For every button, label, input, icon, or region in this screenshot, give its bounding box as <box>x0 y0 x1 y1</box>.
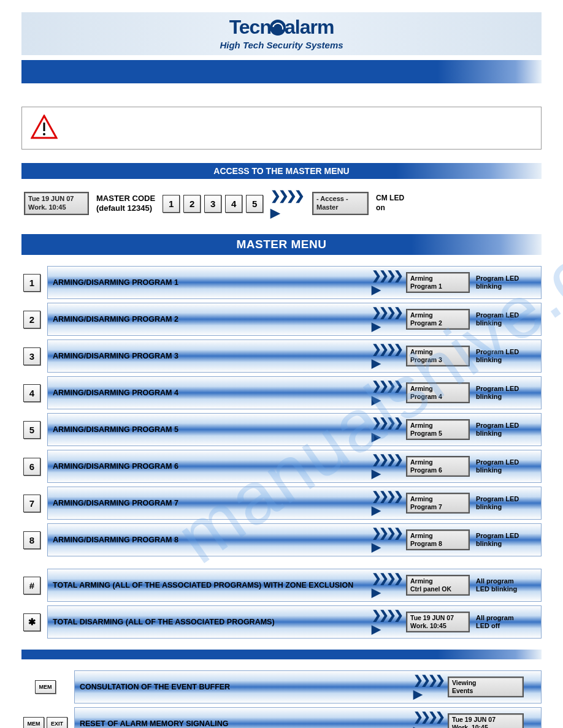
program-row-2: 2ARMING/DISARMING PROGRAM 2ArmingProgram… <box>21 303 542 336</box>
program-label: ARMING/DISARMING PROGRAM 6 <box>53 462 372 471</box>
keycap-1: 1 <box>163 195 180 213</box>
total-note: All programLED off <box>476 614 536 630</box>
program-key: 7 <box>21 487 42 520</box>
total-label: TOTAL ARMING (ALL OF THE ASSOCIATED PROG… <box>53 581 372 590</box>
keycap: # <box>23 577 40 594</box>
warning-box <box>21 107 542 150</box>
extra-row-1: MEMEXITRESET OF ALARM MEMORY SIGNALINGTu… <box>21 707 542 728</box>
arrow-icon <box>372 379 406 407</box>
program-row-6: 6ARMING/DISARMING PROGRAM 6ArmingProgram… <box>21 450 542 483</box>
program-lcd: ArmingProgram 3 <box>406 346 470 366</box>
arrow-icon <box>372 608 406 636</box>
program-row-4: 4ARMING/DISARMING PROGRAM 4ArmingProgram… <box>21 376 542 409</box>
extra-row-0: MEMCONSULTATION OF THE EVENT BUFFERViewi… <box>21 670 542 703</box>
program-body: ARMING/DISARMING PROGRAM 6ArmingProgram … <box>47 450 542 483</box>
globe-icon <box>270 20 286 36</box>
keycap: 2 <box>23 311 40 328</box>
lcd-line: Master <box>316 203 364 212</box>
program-row-3: 3ARMING/DISARMING PROGRAM 3ArmingProgram… <box>21 339 542 373</box>
program-body: ARMING/DISARMING PROGRAM 2ArmingProgram … <box>47 303 542 336</box>
program-label: ARMING/DISARMING PROGRAM 1 <box>53 278 372 287</box>
program-label: ARMING/DISARMING PROGRAM 7 <box>53 499 372 508</box>
program-note: Program LEDblinking <box>476 275 536 290</box>
program-key: 2 <box>21 303 42 336</box>
total-label: TOTAL DISARMING (ALL OF THE ASSOCIATED P… <box>53 618 372 627</box>
extra-lcd: Tue 19 JUN 07Work. 10:45 <box>448 713 524 728</box>
result-lcd: - Access - Master <box>312 192 369 215</box>
brand-part1: Tecn <box>229 16 271 38</box>
label-line: (default 12345) <box>96 203 155 213</box>
keycap-mem: MEM <box>23 717 44 728</box>
keycap-4: 4 <box>225 195 242 213</box>
extra-label: CONSULTATION OF THE EVENT BUFFER <box>80 683 413 692</box>
program-label: ARMING/DISARMING PROGRAM 5 <box>53 425 372 434</box>
top-blue-bar <box>21 60 542 83</box>
keycap: 3 <box>23 347 40 365</box>
program-lcd: ArmingProgram 2 <box>406 309 470 329</box>
program-lcd: ArmingProgram 7 <box>406 493 470 513</box>
program-label: ARMING/DISARMING PROGRAM 3 <box>53 352 372 361</box>
brand-logo: Tecnalarm <box>21 16 542 39</box>
master-menu-title: MASTER MENU <box>21 234 542 255</box>
extra-lcd: ViewingEvents <box>448 677 524 697</box>
program-note: Program LEDblinking <box>476 348 536 364</box>
program-label: ARMING/DISARMING PROGRAM 2 <box>53 315 372 324</box>
keycap: 4 <box>23 384 40 402</box>
lcd-line: Work. 10:45 <box>28 203 85 212</box>
arrow-icon <box>413 673 448 701</box>
total-key: # <box>21 569 42 602</box>
program-key: 3 <box>21 339 42 373</box>
total-key: ✱ <box>21 605 42 639</box>
program-lcd: ArmingProgram 4 <box>406 382 470 403</box>
program-key: 5 <box>21 413 42 446</box>
program-label: ARMING/DISARMING PROGRAM 4 <box>53 389 372 398</box>
keycap: ✱ <box>23 613 40 631</box>
program-key: 8 <box>21 523 42 556</box>
program-key: 1 <box>21 266 42 299</box>
access-title: ACCESS TO THE MASTER MENU <box>21 163 542 179</box>
program-row-5: 5ARMING/DISARMING PROGRAM 5ArmingProgram… <box>21 413 542 446</box>
program-row-8: 8ARMING/DISARMING PROGRAM 8ArmingProgram… <box>21 523 542 556</box>
program-lcd: ArmingProgram 8 <box>406 529 470 550</box>
arrow-icon <box>372 452 406 480</box>
header: Tecnalarm High Tech Security Systems <box>21 12 542 55</box>
warning-icon <box>31 115 58 142</box>
master-code-label: MASTER CODE (default 12345) <box>96 194 155 214</box>
program-row-7: 7ARMING/DISARMING PROGRAM 7ArmingProgram… <box>21 487 542 520</box>
code-keys: 12345 <box>163 195 263 213</box>
note-line: CM LED <box>376 194 404 203</box>
extra-body: CONSULTATION OF THE EVENT BUFFERViewingE… <box>74 670 542 703</box>
lcd-line: Tue 19 JUN 07 <box>28 195 85 203</box>
arrow-icon <box>372 415 406 444</box>
program-note: Program LEDblinking <box>476 532 536 548</box>
keycap: 5 <box>23 421 40 439</box>
arrow-icon <box>413 710 448 728</box>
total-row-0: #TOTAL ARMING (ALL OF THE ASSOCIATED PRO… <box>21 569 542 602</box>
program-body: ARMING/DISARMING PROGRAM 8ArmingProgram … <box>47 523 542 556</box>
total-row-1: ✱TOTAL DISARMING (ALL OF THE ASSOCIATED … <box>21 605 542 639</box>
brand-tagline: High Tech Security Systems <box>21 40 542 50</box>
program-body: ARMING/DISARMING PROGRAM 7ArmingProgram … <box>47 487 542 520</box>
total-lcd: Tue 19 JUN 07Work. 10:45 <box>406 612 470 632</box>
program-lcd: ArmingProgram 6 <box>406 456 470 476</box>
total-lcd: ArmingCtrl panel OK <box>406 575 470 595</box>
keycap: 8 <box>23 531 40 549</box>
keycap-5: 5 <box>246 195 263 213</box>
program-note: Program LEDblinking <box>476 422 536 438</box>
extra-body: RESET OF ALARM MEMORY SIGNALINGTue 19 JU… <box>74 707 542 728</box>
keycap: 1 <box>23 274 40 292</box>
program-label: ARMING/DISARMING PROGRAM 8 <box>53 536 372 545</box>
keycap-2: 2 <box>183 195 201 213</box>
program-note: Program LEDblinking <box>476 385 536 401</box>
program-key: 4 <box>21 376 42 409</box>
brand-part2: alarm <box>285 16 334 38</box>
total-body: TOTAL DISARMING (ALL OF THE ASSOCIATED P… <box>47 605 542 639</box>
extra-keys: MEM <box>21 670 69 703</box>
arrow-icon <box>372 268 406 297</box>
total-body: TOTAL ARMING (ALL OF THE ASSOCIATED PROG… <box>47 569 542 602</box>
keycap-exit: EXIT <box>47 717 67 728</box>
divider-bar <box>21 650 542 659</box>
keycap-3: 3 <box>204 195 221 213</box>
program-lcd: ArmingProgram 5 <box>406 419 470 439</box>
keycap-mem: MEM <box>35 680 56 694</box>
